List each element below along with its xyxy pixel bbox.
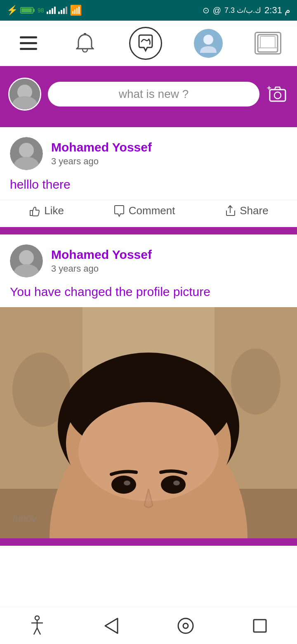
post-1-user-info: Mohamed Yossef 3 years ago: [51, 140, 287, 167]
post-header-2: Mohamed Yossef 3 years ago: [0, 234, 297, 282]
bottom-purple-bar: [0, 538, 297, 546]
data-label: ك.ب/ث 7.3: [224, 6, 261, 15]
notifications-button[interactable]: [73, 31, 97, 56]
signal-bars: [47, 7, 56, 14]
svg-marker-32: [105, 618, 118, 633]
status-left: ⚡ 98 📶: [7, 5, 82, 16]
post-2-image: Innov: [0, 307, 297, 538]
post-2-time: 3 years ago: [51, 263, 287, 274]
post-2-image-bg: Innov: [0, 307, 297, 538]
profile-button[interactable]: [194, 29, 223, 58]
svg-point-34: [183, 623, 188, 628]
android-nav: [0, 607, 297, 644]
post-1-time: 3 years ago: [51, 156, 287, 167]
add-photo-button[interactable]: +: [266, 83, 289, 106]
messenger-button[interactable]: [129, 27, 162, 60]
time-label: 2:31 م: [264, 5, 290, 16]
post-placeholder: what is new ?: [119, 88, 189, 101]
svg-point-15: [231, 348, 280, 414]
svg-point-23: [161, 476, 186, 494]
post-bar: what is new ? +: [0, 66, 297, 127]
svg-point-33: [178, 618, 193, 633]
status-right: ⊙ @ ك.ب/ث 7.3 2:31 م: [203, 5, 290, 16]
menu-button[interactable]: [16, 31, 41, 56]
svg-rect-8: [270, 90, 285, 101]
signal-bars-2: [58, 7, 67, 14]
svg-point-25: [173, 481, 180, 485]
gallery-button[interactable]: [255, 32, 281, 54]
top-nav: [0, 21, 297, 66]
lightning-icon: ⚡: [7, 5, 18, 16]
plus-icon: +: [267, 84, 271, 92]
share-label: Share: [240, 204, 268, 217]
svg-rect-35: [254, 620, 266, 632]
post-1-comment-button[interactable]: Comment: [113, 204, 175, 217]
status-bar: ⚡ 98 📶 ⊙ @ ك.ب/ث 7.3 2:31 م: [0, 0, 297, 21]
post-2-user-info: Mohamed Yossef 3 years ago: [51, 248, 287, 274]
home-button[interactable]: [173, 613, 198, 638]
svg-point-27: [35, 616, 39, 620]
post-2-username: Mohamed Yossef: [51, 248, 287, 262]
purple-divider-1: [0, 227, 297, 234]
back-button[interactable]: [99, 613, 124, 638]
circle-icon: ⊙: [203, 5, 210, 15]
svg-line-31: [37, 628, 40, 635]
post-card-2: Mohamed Yossef 3 years ago You have chan…: [0, 234, 297, 538]
svg-rect-2: [20, 48, 37, 50]
post-card-1: Mohamed Yossef 3 years ago helllo there …: [0, 127, 297, 227]
post-1-username: Mohamed Yossef: [51, 140, 287, 154]
post-header-1: Mohamed Yossef 3 years ago: [0, 127, 297, 174]
svg-line-30: [34, 628, 37, 635]
wifi-icon: 📶: [70, 5, 82, 16]
post-1-like-button[interactable]: Like: [28, 204, 64, 217]
post-1-share-button[interactable]: Share: [224, 204, 268, 217]
post-1-actions: Like Comment Share: [0, 200, 297, 227]
svg-rect-6: [260, 36, 275, 48]
svg-rect-5: [258, 35, 278, 52]
svg-rect-0: [20, 36, 37, 38]
svg-point-24: [124, 481, 130, 485]
post-1-avatar: [10, 137, 43, 170]
battery-percentage: 98: [38, 7, 44, 14]
svg-point-21: [78, 402, 219, 501]
accessibility-button[interactable]: [25, 613, 50, 638]
at-icon: @: [213, 6, 221, 15]
post-2-content: You have changed the profile picture: [0, 282, 297, 307]
post-2-avatar: [10, 244, 43, 277]
post-1-content: helllo there: [0, 174, 297, 200]
svg-point-9: [274, 92, 281, 99]
svg-text:Innov: Innov: [12, 513, 38, 524]
battery-icon: [20, 7, 33, 14]
svg-point-4: [203, 35, 213, 45]
my-avatar: [8, 78, 41, 111]
like-label: Like: [44, 204, 64, 217]
svg-rect-1: [20, 42, 37, 44]
svg-point-22: [111, 476, 136, 494]
recents-button[interactable]: [248, 613, 272, 638]
what-is-new-input[interactable]: what is new ?: [48, 82, 259, 107]
comment-label: Comment: [129, 204, 175, 217]
